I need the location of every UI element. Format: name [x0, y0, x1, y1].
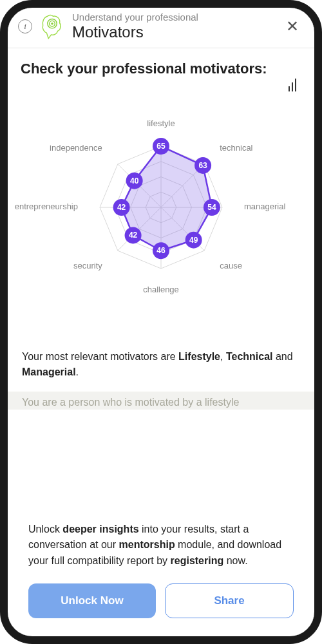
- unlock-copy: Unlock deeper insights into your results…: [28, 522, 294, 569]
- svg-text:lifestyle: lifestyle: [147, 118, 175, 128]
- share-button[interactable]: Share: [165, 583, 294, 618]
- header-subtitle: Understand your professional: [72, 12, 281, 23]
- svg-text:independence: independence: [50, 143, 102, 153]
- summary-text: Your most relevant motivators are Lifest…: [21, 349, 301, 380]
- svg-text:entrepreneurship: entrepreneurship: [15, 202, 78, 211]
- close-icon[interactable]: ✕: [281, 15, 304, 38]
- svg-text:54: 54: [207, 203, 216, 212]
- svg-text:42: 42: [129, 231, 138, 240]
- svg-text:63: 63: [198, 160, 207, 169]
- bar-chart-icon[interactable]: [289, 79, 296, 91]
- header: i Understand your professional Motivator…: [8, 8, 314, 48]
- svg-point-2: [51, 23, 53, 25]
- radar-chart: 6563544946424240lifestyletechnicalmanage…: [21, 104, 301, 310]
- info-icon[interactable]: i: [18, 19, 32, 33]
- svg-text:cause: cause: [220, 260, 242, 270]
- svg-text:technical: technical: [220, 143, 252, 153]
- section-heading: Check your professional motivators:: [21, 60, 301, 79]
- svg-text:65: 65: [156, 142, 166, 151]
- svg-text:42: 42: [117, 203, 126, 212]
- unlock-panel: Unlock deeper insights into your results…: [15, 509, 307, 629]
- svg-text:challenge: challenge: [143, 285, 179, 294]
- teaser-text: You are a person who is motivated by a l…: [8, 392, 314, 410]
- svg-text:49: 49: [189, 235, 198, 244]
- unlock-now-button[interactable]: Unlock Now: [28, 583, 156, 618]
- svg-text:46: 46: [156, 246, 166, 255]
- brain-logo-icon: [37, 12, 67, 41]
- svg-text:managerial: managerial: [244, 202, 285, 211]
- header-title: Motivators: [72, 23, 281, 41]
- svg-text:40: 40: [130, 176, 139, 185]
- svg-text:security: security: [73, 260, 102, 270]
